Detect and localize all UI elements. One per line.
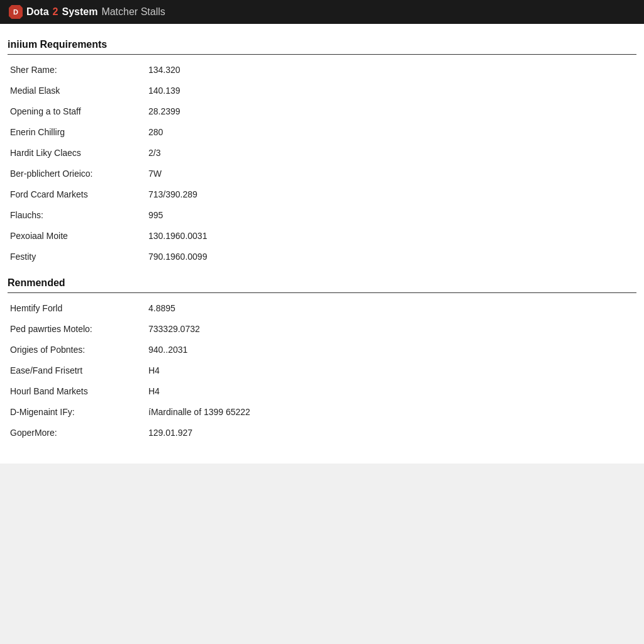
title-2: 2 — [53, 6, 58, 18]
row-label: D-Migenaint IFy: — [8, 402, 146, 423]
table-row: GoperMore: 129.01.927 — [8, 423, 636, 443]
row-value: 2/3 — [146, 143, 636, 164]
row-label: Hourl Band Markets — [8, 381, 146, 402]
section1-divider — [8, 54, 636, 55]
row-label: Flauchs: — [8, 205, 146, 226]
row-value: 134.320 — [146, 60, 636, 80]
table-row: Enerin Chillirg 280 — [8, 122, 636, 143]
main-content: iniium Requirements Sher Rame: 134.320 M… — [0, 24, 644, 464]
row-label: Ped pawrties Motelo: — [8, 319, 146, 340]
row-value: 130.1960.0031 — [146, 226, 636, 247]
row-label: Festity — [8, 247, 146, 267]
row-value: 129.01.927 — [146, 423, 636, 443]
table-row: Hemtify Forld 4.8895 — [8, 298, 636, 319]
title-rest: Matcher Stalls — [101, 6, 165, 18]
row-label: Medial Elask — [8, 80, 146, 101]
table-row: Hourl Band Markets H4 — [8, 381, 636, 402]
section2-heading: Renmended — [8, 277, 636, 290]
row-value: 940..2031 — [146, 340, 636, 360]
table-row: D-Migenaint IFy: íMardinalle of 1399 652… — [8, 402, 636, 423]
row-label: Hemtify Forld — [8, 298, 146, 319]
row-value: 7W — [146, 164, 636, 184]
row-label: Sher Rame: — [8, 60, 146, 80]
title-bar: D Dota 2 System Matcher Stalls — [0, 0, 644, 24]
section1-heading: iniium Requirements — [8, 39, 636, 52]
table-row: Hardit Liky Claecs 2/3 — [8, 143, 636, 164]
row-value: íMardinalle of 1399 65222 — [146, 402, 636, 423]
row-value: 713/390.289 — [146, 184, 636, 205]
section2-divider — [8, 292, 636, 293]
svg-text:D: D — [13, 8, 18, 16]
row-label: Ford Ccard Markets — [8, 184, 146, 205]
row-value: 733329.0732 — [146, 319, 636, 340]
row-value: 790.1960.0099 — [146, 247, 636, 267]
row-label: Ber-pblichert Orieico: — [8, 164, 146, 184]
table-row: Ped pawrties Motelo: 733329.0732 — [8, 319, 636, 340]
row-label: GoperMore: — [8, 423, 146, 443]
table-row: Ford Ccard Markets 713/390.289 — [8, 184, 636, 205]
table-row: Ease/Fand Frisetrt H4 — [8, 360, 636, 381]
row-label: Enerin Chillirg — [8, 122, 146, 143]
table-row: Ber-pblichert Orieico: 7W — [8, 164, 636, 184]
row-value: 280 — [146, 122, 636, 143]
row-value: 4.8895 — [146, 298, 636, 319]
section2: Renmended Hemtify Forld 4.8895 Ped pawrt… — [8, 277, 636, 443]
table-row: Opening a to Staff 28.2399 — [8, 101, 636, 122]
table-row: Medial Elask 140.139 — [8, 80, 636, 101]
section1: iniium Requirements Sher Rame: 134.320 M… — [8, 39, 636, 267]
table-row: Pexoiaal Moite 130.1960.0031 — [8, 226, 636, 247]
row-label: Pexoiaal Moite — [8, 226, 146, 247]
row-label: Origies of Pobntes: — [8, 340, 146, 360]
row-value: 140.139 — [146, 80, 636, 101]
dota-logo-icon: D — [9, 5, 23, 19]
title-system: System — [62, 6, 97, 18]
table-row: Festity 790.1960.0099 — [8, 247, 636, 267]
row-value: H4 — [146, 360, 636, 381]
row-label: Ease/Fand Frisetrt — [8, 360, 146, 381]
row-label: Opening a to Staff — [8, 101, 146, 122]
table-row: Origies of Pobntes: 940..2031 — [8, 340, 636, 360]
row-value: 28.2399 — [146, 101, 636, 122]
row-label: Hardit Liky Claecs — [8, 143, 146, 164]
table-row: Flauchs: 995 — [8, 205, 636, 226]
title-dota: Dota — [26, 6, 49, 18]
row-value: H4 — [146, 381, 636, 402]
section1-table: Sher Rame: 134.320 Medial Elask 140.139 … — [8, 60, 636, 267]
section2-table: Hemtify Forld 4.8895 Ped pawrties Motelo… — [8, 298, 636, 443]
table-row: Sher Rame: 134.320 — [8, 60, 636, 80]
row-value: 995 — [146, 205, 636, 226]
